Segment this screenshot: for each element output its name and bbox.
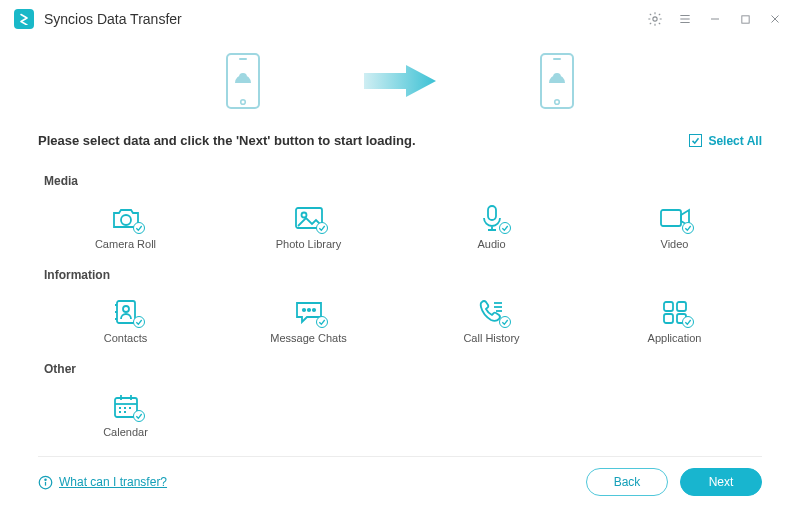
tile-label: Photo Library — [276, 238, 341, 250]
calendar-icon — [109, 392, 143, 420]
svg-marker-11 — [364, 65, 436, 97]
info-icon — [38, 475, 53, 490]
maximize-button[interactable] — [730, 4, 760, 34]
svg-rect-13 — [553, 58, 561, 60]
close-button[interactable] — [760, 4, 790, 34]
svg-rect-32 — [677, 302, 686, 311]
svg-point-46 — [45, 479, 46, 480]
footer: What can I transfer? Back Next — [0, 454, 800, 510]
microphone-icon — [475, 204, 509, 232]
contacts-icon — [109, 298, 143, 326]
tile-photo-library[interactable]: Photo Library — [221, 200, 396, 256]
tile-label: Video — [661, 238, 689, 250]
svg-point-27 — [312, 309, 314, 311]
settings-icon[interactable] — [640, 4, 670, 34]
titlebar: Syncios Data Transfer — [0, 0, 800, 38]
svg-point-10 — [241, 99, 246, 104]
back-button[interactable]: Back — [586, 468, 668, 496]
tile-label: Contacts — [104, 332, 147, 344]
tile-label: Application — [648, 332, 702, 344]
tile-video[interactable]: Video — [587, 200, 762, 256]
svg-point-26 — [307, 309, 309, 311]
message-icon — [292, 298, 326, 326]
video-icon — [658, 204, 692, 232]
target-device-icon — [540, 53, 574, 109]
media-grid: Camera Roll Photo Library Audio — [38, 196, 762, 256]
tile-label: Calendar — [103, 426, 148, 438]
camera-icon — [109, 204, 143, 232]
svg-point-17 — [301, 213, 306, 218]
select-all-toggle[interactable]: Select All — [689, 134, 762, 148]
instruction-row: Please select data and click the 'Next' … — [38, 123, 762, 162]
source-device-icon — [226, 53, 260, 109]
next-button[interactable]: Next — [680, 468, 762, 496]
section-information-label: Information — [38, 256, 762, 290]
help-link-label: What can I transfer? — [59, 475, 167, 489]
phone-icon — [475, 298, 509, 326]
svg-rect-31 — [664, 302, 673, 311]
svg-point-14 — [555, 99, 560, 104]
instruction-text: Please select data and click the 'Next' … — [38, 133, 416, 148]
device-hero — [0, 38, 800, 123]
information-grid: Contacts Message Chats Call History — [38, 290, 762, 350]
svg-rect-19 — [661, 210, 681, 226]
svg-point-21 — [123, 306, 129, 312]
section-other-label: Other — [38, 350, 762, 384]
app-title: Syncios Data Transfer — [44, 11, 182, 27]
tile-label: Message Chats — [270, 332, 346, 344]
menu-icon[interactable] — [670, 4, 700, 34]
other-grid: Calendar — [38, 384, 762, 444]
select-all-label: Select All — [708, 134, 762, 148]
tile-camera-roll[interactable]: Camera Roll — [38, 200, 213, 256]
minimize-button[interactable] — [700, 4, 730, 34]
apps-icon — [658, 298, 692, 326]
select-all-checkbox-icon — [689, 134, 702, 147]
svg-point-25 — [302, 309, 304, 311]
section-media-label: Media — [38, 162, 762, 196]
tile-calendar[interactable]: Calendar — [38, 388, 213, 444]
svg-rect-18 — [488, 206, 496, 220]
svg-point-15 — [121, 215, 131, 225]
svg-rect-9 — [239, 58, 247, 60]
tile-audio[interactable]: Audio — [404, 200, 579, 256]
content-area: Please select data and click the 'Next' … — [0, 123, 800, 457]
tile-application[interactable]: Application — [587, 294, 762, 350]
tile-label: Call History — [463, 332, 519, 344]
tile-call-history[interactable]: Call History — [404, 294, 579, 350]
help-link[interactable]: What can I transfer? — [38, 475, 167, 490]
tile-label: Audio — [477, 238, 505, 250]
svg-rect-5 — [741, 15, 748, 22]
svg-rect-33 — [664, 314, 673, 323]
app-logo — [14, 9, 34, 29]
photo-icon — [292, 204, 326, 232]
tile-contacts[interactable]: Contacts — [38, 294, 213, 350]
tile-label: Camera Roll — [95, 238, 156, 250]
tile-message-chats[interactable]: Message Chats — [221, 294, 396, 350]
svg-point-0 — [653, 17, 657, 21]
transfer-arrow-icon — [360, 61, 440, 101]
